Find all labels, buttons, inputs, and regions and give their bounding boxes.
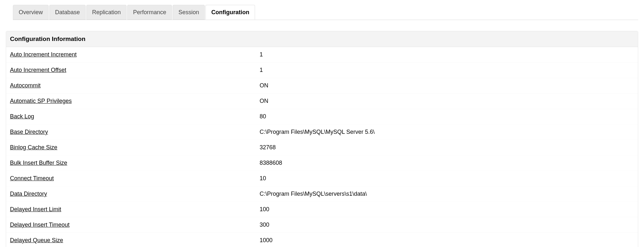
config-row: Back Log80 — [6, 109, 638, 124]
config-label-link[interactable]: Base Directory — [10, 129, 260, 135]
tab-replication[interactable]: Replication — [86, 5, 127, 20]
config-row: Automatic SP PrivilegesON — [6, 93, 638, 109]
config-table: Auto Increment Increment1Auto Increment … — [6, 47, 638, 247]
config-label-link[interactable]: Bulk Insert Buffer Size — [10, 160, 260, 166]
config-label-link[interactable]: Auto Increment Offset — [10, 67, 260, 74]
config-value: C:\Program Files\MySQL\servers\s1\data\ — [260, 191, 634, 197]
tab-session[interactable]: Session — [173, 5, 205, 20]
config-value: 1 — [260, 51, 634, 58]
config-value: C:\Program Files\MySQL\MySQL Server 5.6\ — [260, 129, 634, 135]
config-label-link[interactable]: Delayed Insert Limit — [10, 206, 260, 213]
config-label-link[interactable]: Autocommit — [10, 82, 260, 89]
tab-performance[interactable]: Performance — [127, 5, 172, 20]
config-value: 1 — [260, 67, 634, 74]
config-label-link[interactable]: Auto Increment Increment — [10, 51, 260, 58]
config-row: Bulk Insert Buffer Size8388608 — [6, 155, 638, 171]
config-label-link[interactable]: Delayed Insert Timeout — [10, 222, 260, 228]
config-row: Binlog Cache Size32768 — [6, 140, 638, 155]
tab-bar: OverviewDatabaseReplicationPerformanceSe… — [13, 5, 638, 20]
config-value: 100 — [260, 206, 634, 213]
config-value: 80 — [260, 113, 634, 120]
config-label-link[interactable]: Data Directory — [10, 191, 260, 197]
config-label-link[interactable]: Automatic SP Privileges — [10, 98, 260, 104]
config-value: 10 — [260, 175, 634, 182]
config-label-link[interactable]: Binlog Cache Size — [10, 144, 260, 151]
tab-database[interactable]: Database — [49, 5, 86, 20]
configuration-panel: Configuration Information Auto Increment… — [6, 31, 638, 247]
config-value: ON — [260, 98, 634, 104]
config-row: Auto Increment Increment1 — [6, 47, 638, 62]
config-label-link[interactable]: Connect Timeout — [10, 175, 260, 182]
config-row: Base DirectoryC:\Program Files\MySQL\MyS… — [6, 124, 638, 140]
config-row: Delayed Queue Size1000 — [6, 232, 638, 247]
config-value: ON — [260, 82, 634, 89]
tab-overview[interactable]: Overview — [13, 5, 49, 20]
config-label-link[interactable]: Back Log — [10, 113, 260, 120]
config-row: Delayed Insert Timeout300 — [6, 217, 638, 232]
config-row: Delayed Insert Limit100 — [6, 202, 638, 217]
config-value: 8388608 — [260, 160, 634, 166]
tab-configuration[interactable]: Configuration — [205, 5, 255, 20]
config-row: Data DirectoryC:\Program Files\MySQL\ser… — [6, 186, 638, 202]
config-value: 300 — [260, 222, 634, 228]
config-row: AutocommitON — [6, 78, 638, 93]
config-row: Connect Timeout10 — [6, 171, 638, 186]
config-row: Auto Increment Offset1 — [6, 62, 638, 78]
config-value: 1000 — [260, 237, 634, 244]
config-label-link[interactable]: Delayed Queue Size — [10, 237, 260, 244]
config-value: 32768 — [260, 144, 634, 151]
panel-heading: Configuration Information — [6, 31, 638, 47]
